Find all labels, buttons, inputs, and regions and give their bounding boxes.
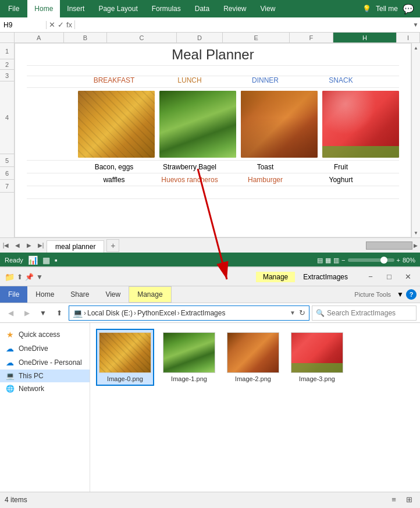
breakfast-image[interactable] bbox=[78, 91, 155, 158]
col-c[interactable]: C bbox=[107, 33, 177, 42]
zoom-percent: 80% bbox=[403, 257, 415, 264]
ribbon-home-tab[interactable]: Home bbox=[27, 0, 60, 17]
row-1[interactable]: 1 bbox=[0, 43, 14, 59]
add-sheet-btn[interactable]: + bbox=[106, 239, 119, 252]
row-3[interactable]: 3 bbox=[0, 70, 14, 81]
tab-prev-btn[interactable]: ◀ bbox=[12, 240, 23, 251]
horizontal-scrollbar[interactable] bbox=[366, 241, 412, 250]
view-layout-icon[interactable]: ▦ bbox=[325, 257, 331, 264]
ribbon-review-tab[interactable]: Review bbox=[216, 0, 253, 17]
path-refresh-icon[interactable]: ↻ bbox=[299, 308, 305, 317]
file-thumb-image-3 bbox=[291, 332, 343, 373]
row-7[interactable]: 7 bbox=[0, 180, 14, 193]
sheet-tab-meal-planner[interactable]: meal planner bbox=[47, 240, 104, 253]
file-item-image-3[interactable]: Image-3.png bbox=[288, 329, 346, 386]
col-h[interactable]: H bbox=[333, 33, 397, 42]
minimize-btn[interactable]: − bbox=[363, 269, 378, 285]
row-numbers: 1 2 3 4 5 6 7 bbox=[0, 43, 15, 237]
confirm-formula-icon[interactable]: ✓ bbox=[58, 20, 64, 29]
col-d[interactable]: D bbox=[177, 33, 223, 42]
exp-manage-tab[interactable]: Manage bbox=[129, 286, 171, 303]
sheet-area: A B C D E F H I 1 2 3 4 5 6 7 bbox=[0, 33, 420, 237]
exp-file-tab[interactable]: File bbox=[0, 286, 27, 303]
sidebar-onedrive-personal[interactable]: ☁ OneDrive - Personal bbox=[0, 356, 90, 370]
page-break-icon[interactable]: ▦ bbox=[42, 255, 50, 265]
zoom-slider[interactable] bbox=[348, 258, 394, 262]
view-details-btn[interactable]: ≡ bbox=[387, 493, 400, 506]
title-row: Meal Planner bbox=[27, 49, 399, 66]
maximize-btn[interactable]: □ bbox=[382, 269, 397, 285]
close-btn[interactable]: ✕ bbox=[400, 269, 415, 285]
explorer-sidebar: ★ Quick access ☁ OneDrive ☁ OneDrive - P… bbox=[0, 323, 90, 492]
exp-view-tab[interactable]: View bbox=[97, 286, 129, 303]
ribbon-pagelayout-tab[interactable]: Page Layout bbox=[91, 0, 144, 17]
zoom-slider-handle[interactable] bbox=[380, 257, 387, 264]
lunch-label: LUNCH bbox=[152, 76, 227, 87]
scroll-right-arrow[interactable]: ▶ bbox=[414, 243, 418, 248]
tab-first-btn[interactable]: |◀ bbox=[0, 240, 12, 251]
view-page-icon[interactable]: ▥ bbox=[333, 257, 339, 264]
sidebar-quick-access[interactable]: ★ Quick access bbox=[0, 328, 90, 342]
sidebar-this-pc[interactable]: 💻 This PC bbox=[0, 370, 90, 382]
col-a[interactable]: A bbox=[15, 33, 64, 42]
col-i[interactable]: I bbox=[397, 33, 420, 42]
col-e[interactable]: E bbox=[223, 33, 290, 42]
scroll-up-btn[interactable]: ▲ bbox=[412, 43, 420, 52]
path-local-disk[interactable]: Local Disk (E:) bbox=[87, 309, 133, 317]
forward-btn[interactable]: ▶ bbox=[20, 306, 34, 320]
ribbon-expand-icon[interactable]: ▼ bbox=[397, 290, 404, 299]
up-btn[interactable]: ⬆ bbox=[52, 306, 66, 320]
address-path[interactable]: 💻 › Local Disk (E:) › PythonExcel › Extr… bbox=[69, 305, 309, 321]
path-dropdown-icon[interactable]: ▼ bbox=[290, 310, 296, 316]
ribbon-help-icon[interactable]: ? bbox=[406, 289, 417, 300]
explorer-ribbon-tabs: File Home Share View Manage Picture Tool… bbox=[0, 286, 420, 303]
row-5[interactable]: 5 bbox=[0, 154, 14, 167]
path-extractimages[interactable]: ExtractImages bbox=[181, 309, 226, 317]
tab-last-btn[interactable]: ▶| bbox=[35, 240, 47, 251]
ribbon-view-tab[interactable]: View bbox=[254, 0, 283, 17]
col-b[interactable]: B bbox=[64, 33, 108, 42]
ribbon-data-tab[interactable]: Data bbox=[188, 0, 216, 17]
exp-share-tab[interactable]: Share bbox=[62, 286, 97, 303]
file-item-image-1[interactable]: Image-1.png bbox=[160, 329, 218, 386]
zoom-in-icon[interactable]: + bbox=[397, 257, 400, 264]
file-item-image-2[interactable]: Image-2.png bbox=[224, 329, 282, 386]
cancel-formula-icon[interactable]: ✕ bbox=[49, 20, 55, 29]
view-large-icons-btn[interactable]: ⊞ bbox=[403, 493, 415, 506]
breakfast-food-1: Bacon, eggs bbox=[76, 163, 152, 171]
vertical-scrollbar[interactable]: ▲ ▼ bbox=[411, 43, 420, 237]
exp-home-tab[interactable]: Home bbox=[27, 286, 62, 303]
function-icon[interactable]: fx bbox=[66, 20, 72, 29]
recent-btn[interactable]: ▼ bbox=[36, 306, 50, 320]
path-pythonexcel[interactable]: PythonExcel bbox=[137, 309, 176, 317]
sidebar-network[interactable]: 🌐 Network bbox=[0, 382, 90, 395]
formula-expand-icon[interactable]: ▼ bbox=[411, 22, 420, 28]
scroll-down-btn[interactable]: ▼ bbox=[412, 228, 420, 237]
scroll-track[interactable] bbox=[412, 52, 420, 228]
share-icon[interactable]: 💬 bbox=[403, 3, 414, 15]
tell-me-label[interactable]: Tell me bbox=[376, 5, 398, 13]
ribbon-formulas-tab[interactable]: Formulas bbox=[145, 0, 188, 17]
page-layout-icon[interactable]: 📊 bbox=[28, 255, 38, 265]
cell-reference[interactable]: H9 bbox=[0, 21, 47, 29]
dinner-image[interactable] bbox=[241, 91, 318, 158]
zoom-out-icon[interactable]: − bbox=[341, 257, 345, 264]
snack-food-1: Fruit bbox=[303, 163, 379, 171]
search-input[interactable] bbox=[327, 309, 412, 317]
sidebar-onedrive[interactable]: ☁ OneDrive bbox=[0, 342, 90, 356]
normal-view-icon[interactable]: ▪ bbox=[55, 255, 58, 265]
lunch-image[interactable] bbox=[159, 91, 236, 158]
tab-next-btn[interactable]: ▶ bbox=[23, 240, 35, 251]
view-normal-icon[interactable]: ▤ bbox=[317, 257, 323, 264]
row-2[interactable]: 2 bbox=[0, 59, 14, 70]
col-f[interactable]: F bbox=[290, 33, 333, 42]
ribbon-file-tab[interactable]: File bbox=[0, 0, 27, 17]
file-item-image-0[interactable]: Image-0.png bbox=[96, 329, 154, 386]
back-btn[interactable]: ◀ bbox=[3, 306, 17, 320]
row-4[interactable]: 4 bbox=[0, 81, 14, 154]
ribbon-insert-tab[interactable]: Insert bbox=[60, 0, 91, 17]
row-6[interactable]: 6 bbox=[0, 167, 14, 180]
this-pc-label: This PC bbox=[19, 372, 44, 380]
food-row-1: Bacon, eggs Strawberry Bagel Toast Fruit bbox=[27, 161, 399, 173]
snack-image[interactable] bbox=[322, 91, 399, 158]
